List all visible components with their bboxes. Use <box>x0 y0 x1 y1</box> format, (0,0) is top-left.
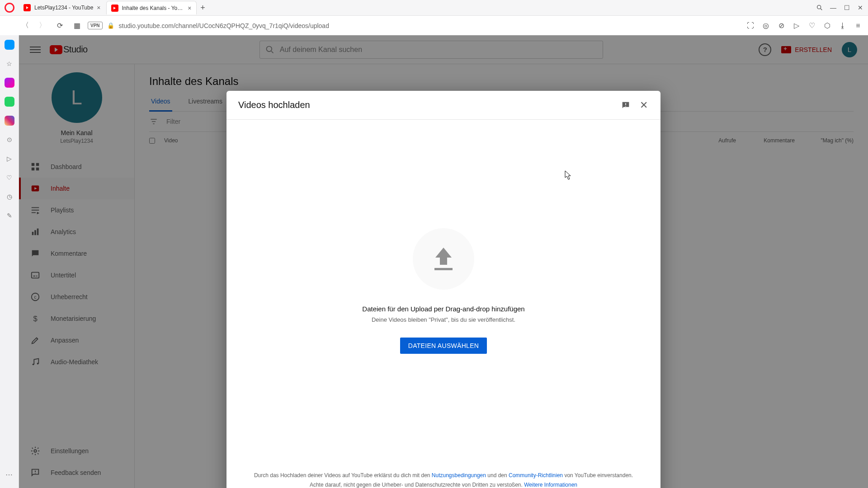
send-feedback-icon[interactable] <box>621 100 631 110</box>
cube-icon[interactable]: ⬡ <box>823 21 832 30</box>
forward-button[interactable]: 〉 <box>36 19 49 32</box>
tab-close-icon[interactable]: × <box>188 5 191 12</box>
sidebar-bookmarks-icon[interactable]: ☆ <box>5 59 14 69</box>
send-icon[interactable]: ▷ <box>792 21 801 30</box>
youtube-favicon-icon <box>24 4 31 11</box>
close-modal-icon[interactable]: ✕ <box>639 100 649 110</box>
maximize-icon[interactable]: ☐ <box>843 4 851 12</box>
svg-point-0 <box>817 5 821 9</box>
sidebar-messenger-icon[interactable] <box>5 78 14 88</box>
browser-tab-bar: LetsPlay1234 - YouTube × Inhalte des Kan… <box>0 0 868 15</box>
upload-drop-icon <box>413 228 474 290</box>
window-controls: — ☐ ✕ <box>816 4 864 12</box>
sidebar-whatsapp-icon[interactable] <box>5 97 14 107</box>
download-icon[interactable]: ⭳ <box>838 21 847 30</box>
sidebar-more-icon[interactable]: ⋯ <box>5 470 14 479</box>
tab-title: Inhalte des Kanals - YouTu <box>122 5 184 11</box>
back-button[interactable]: 〈 <box>19 19 32 32</box>
modal-header: Videos hochladen ✕ <box>226 91 660 120</box>
lock-icon: 🔒 <box>107 22 114 29</box>
youtube-studio-app: Studio Auf deinem Kanal suchen ? ERSTELL… <box>19 35 868 488</box>
browser-chrome: LetsPlay1234 - YouTube × Inhalte des Kan… <box>0 0 868 35</box>
menu-icon[interactable]: ≡ <box>854 21 863 30</box>
close-window-icon[interactable]: ✕ <box>856 4 864 12</box>
modal-title: Videos hochladen <box>238 100 310 110</box>
sidebar-home-icon[interactable] <box>5 40 14 50</box>
cursor-icon <box>565 170 572 180</box>
heart-icon[interactable]: ♡ <box>807 21 816 30</box>
new-tab-button[interactable]: + <box>198 2 208 13</box>
community-guidelines-link[interactable]: Community-Richtlinien <box>509 472 563 479</box>
opera-sidebar: ☆ ⊙ ▷ ♡ ◷ ✎ ⋯ <box>0 35 19 488</box>
sidebar-history-icon[interactable]: ◷ <box>5 192 14 202</box>
svg-line-1 <box>821 9 822 10</box>
sidebar-player-icon[interactable]: ⊙ <box>5 135 14 145</box>
tos-link[interactable]: Nutzungsbedingungen <box>432 472 486 479</box>
tab-title: LetsPlay1234 - YouTube <box>34 5 93 11</box>
url-text[interactable]: studio.youtube.com/channel/UCocN6zQPHQZ_… <box>119 22 741 29</box>
opera-logo-icon <box>5 3 14 13</box>
grid-icon[interactable]: ▦ <box>71 19 83 32</box>
vpn-badge[interactable]: VPN <box>88 22 103 29</box>
adblock-icon[interactable]: ⊘ <box>777 21 786 30</box>
snapshot-icon[interactable]: ⛶ <box>746 21 755 30</box>
minimize-icon[interactable]: — <box>829 4 837 12</box>
more-info-link[interactable]: Weitere Informationen <box>524 482 577 488</box>
upload-arrow-icon <box>432 248 455 270</box>
sidebar-pinboard-icon[interactable]: ✎ <box>5 211 14 221</box>
browser-tab[interactable]: LetsPlay1234 - YouTube × <box>19 1 105 14</box>
modal-footer: Durch das Hochladen deiner Videos auf Yo… <box>226 463 660 488</box>
browser-right-tools: ⛶ ◎ ⊘ ▷ ♡ ⬡ ⭳ ≡ <box>746 21 863 30</box>
address-bar: 〈 〉 ⟳ ▦ VPN 🔒 studio.youtube.com/channel… <box>0 15 868 35</box>
search-browser-icon[interactable] <box>816 4 824 12</box>
upload-modal: Videos hochladen ✕ Dateien für den Uploa… <box>226 91 660 488</box>
reload-button[interactable]: ⟳ <box>53 19 66 32</box>
sidebar-play-icon[interactable]: ▷ <box>5 154 14 164</box>
sidebar-instagram-icon[interactable] <box>5 116 14 126</box>
modal-body[interactable]: Dateien für den Upload per Drag-and-drop… <box>226 120 660 463</box>
youtube-favicon-icon <box>111 5 118 12</box>
drop-text: Dateien für den Upload per Drag-and-drop… <box>362 305 524 313</box>
svg-point-32 <box>625 105 626 106</box>
drop-sub-text: Deine Videos bleiben "Privat", bis du si… <box>372 316 515 323</box>
tab-close-icon[interactable]: × <box>97 4 100 11</box>
select-files-button[interactable]: DATEIEN AUSWÄHLEN <box>400 338 487 354</box>
sidebar-heart-icon[interactable]: ♡ <box>5 173 14 183</box>
camera-icon[interactable]: ◎ <box>761 21 770 30</box>
browser-tab-active[interactable]: Inhalte des Kanals - YouTu × <box>106 1 197 14</box>
